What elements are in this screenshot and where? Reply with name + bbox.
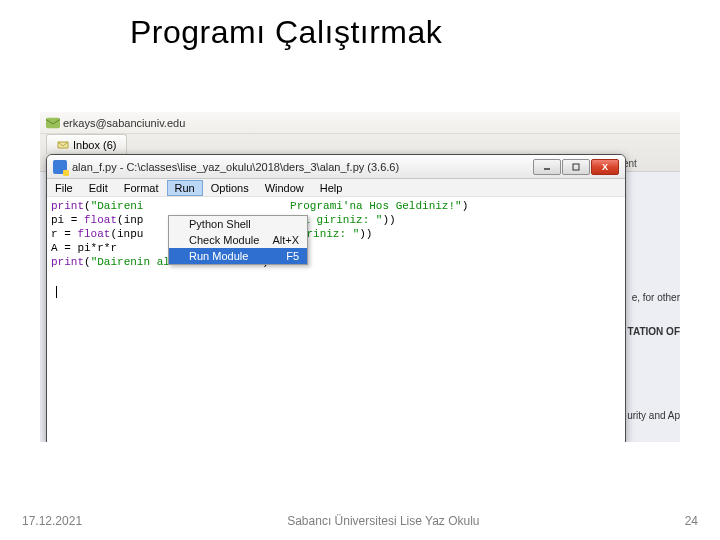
menu-help[interactable]: Help (312, 180, 351, 196)
close-button[interactable]: X (591, 159, 619, 175)
footer-page: 24 (685, 514, 698, 528)
menu-bar: File Edit Format Run Options Window Help (47, 179, 625, 197)
inbox-tab-label: Inbox (6) (73, 139, 116, 151)
clipped-text-3: urity and Ap (627, 410, 680, 421)
account-address: erkays@sabanciuniv.edu (63, 117, 185, 129)
slide-footer: 17.12.2021 Sabancı Üniversitesi Lise Yaz… (0, 514, 720, 528)
mail-account-icon (46, 116, 60, 130)
menu-options[interactable]: Options (203, 180, 257, 196)
clipped-text-2: TATION OF (628, 326, 680, 337)
window-titlebar[interactable]: alan_f.py - C:\classes\lise_yaz_okulu\20… (47, 155, 625, 179)
tb-topbar: erkays@sabanciuniv.edu (40, 112, 680, 134)
menu-format[interactable]: Format (116, 180, 167, 196)
menu-file[interactable]: File (47, 180, 81, 196)
code-editor[interactable]: print("Daireni Programi'na Hos Geldiniz!… (47, 197, 625, 271)
screenshot-canvas: erkays@sabanciuniv.edu Inbox (6) 📌 •• Un… (40, 112, 680, 442)
clipped-text-1: e, for other (632, 292, 680, 303)
menu-window[interactable]: Window (257, 180, 312, 196)
slide-title: Programı Çalıştırmak (130, 14, 442, 51)
inbox-tab[interactable]: Inbox (6) (46, 134, 127, 154)
menu-item-check-module[interactable]: Check ModuleAlt+X (169, 232, 307, 248)
menu-run[interactable]: Run (167, 180, 203, 196)
svg-rect-2 (573, 164, 579, 170)
footer-center: Sabancı Üniversitesi Lise Yaz Okulu (287, 514, 479, 528)
minimize-button[interactable] (533, 159, 561, 175)
menu-item-python-shell[interactable]: Python Shell (169, 216, 307, 232)
svg-rect-0 (46, 117, 60, 128)
menu-edit[interactable]: Edit (81, 180, 116, 196)
footer-date: 17.12.2021 (22, 514, 82, 528)
maximize-button[interactable] (562, 159, 590, 175)
menu-item-run-module[interactable]: Run ModuleF5 (169, 248, 307, 264)
python-file-icon (53, 160, 67, 174)
inbox-icon (57, 139, 69, 151)
text-cursor (56, 286, 57, 298)
run-menu-dropdown: Python Shell Check ModuleAlt+X Run Modul… (168, 215, 308, 265)
idle-editor-window: alan_f.py - C:\classes\lise_yaz_okulu\20… (46, 154, 626, 442)
window-title: alan_f.py - C:\classes\lise_yaz_okulu\20… (72, 161, 399, 173)
